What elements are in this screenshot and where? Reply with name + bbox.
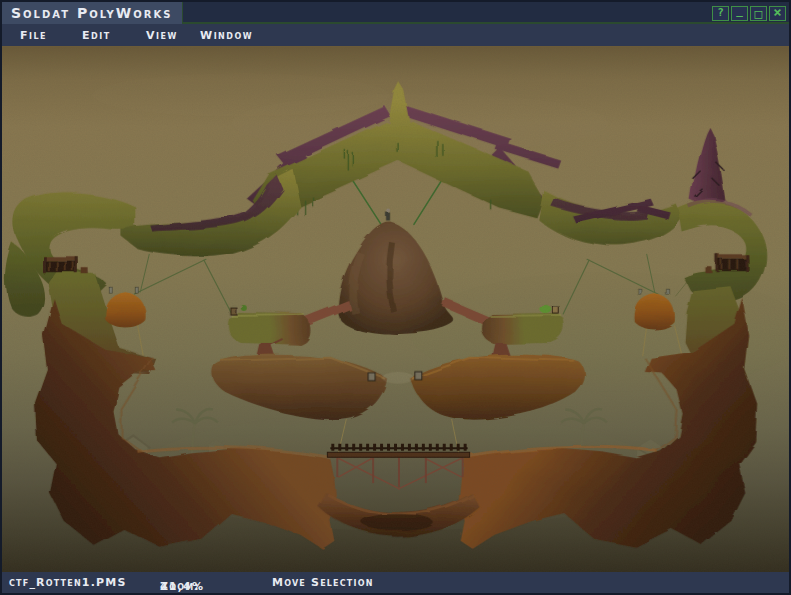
app-window: Soldat PolyWorks ? _ □ × File Edit View … — [0, 0, 791, 595]
menu-view[interactable]: View — [146, 29, 178, 42]
menu-file[interactable]: File — [20, 29, 47, 42]
status-filename: ctf_Rotten1.PMS — [9, 576, 127, 589]
map-canvas[interactable] — [2, 46, 789, 576]
status-zoom-value: 41,4% — [160, 580, 204, 593]
window-controls: ? _ □ × — [712, 6, 786, 21]
title-bar[interactable]: Soldat PolyWorks ? _ □ × — [2, 2, 789, 24]
status-bar: ctf_Rotten1.PMS Zoom: 41,4% Move Selecti… — [2, 572, 789, 593]
menu-window[interactable]: Window — [200, 29, 253, 42]
app-title: Soldat PolyWorks — [11, 5, 172, 21]
menu-edit[interactable]: Edit — [82, 29, 111, 42]
maximize-button[interactable]: □ — [750, 6, 767, 21]
title-box: Soldat PolyWorks — [2, 2, 183, 24]
close-button[interactable]: × — [769, 6, 786, 21]
menu-bar: File Edit View Window — [2, 26, 789, 46]
help-button[interactable]: ? — [712, 6, 729, 21]
status-tool: Move Selection — [272, 576, 374, 589]
texture-overlay — [2, 47, 789, 574]
minimize-button[interactable]: _ — [731, 6, 748, 21]
